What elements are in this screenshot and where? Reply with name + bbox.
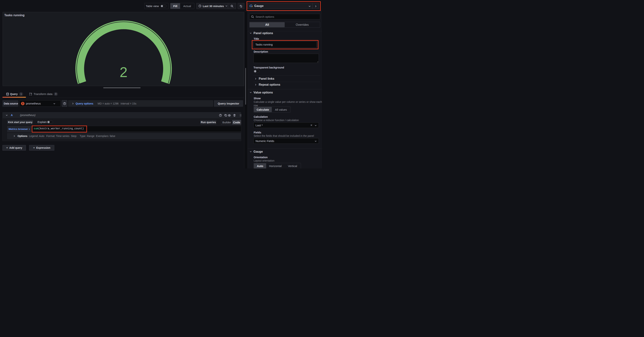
- svg-text:79: 79: [250, 6, 252, 7]
- svg-text:2: 2: [120, 64, 128, 80]
